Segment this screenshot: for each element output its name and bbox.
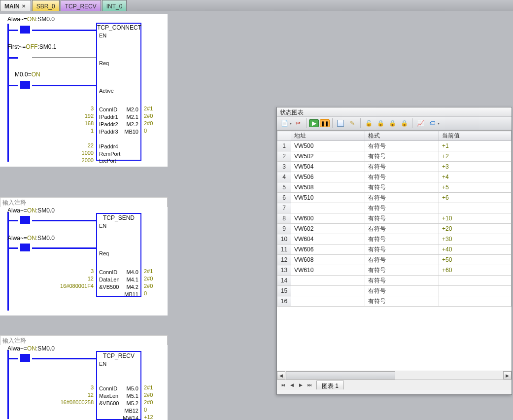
sheet-tab-1[interactable]: 图表 1: [316, 381, 344, 389]
network-2[interactable]: Alwa~=ON:SM0.0 Alwa~=ON:SM0.0 TCP_SEND E…: [0, 207, 168, 315]
cell-address[interactable]: VW602: [291, 224, 365, 234]
status-chart-panel[interactable]: 状态图表 📄▾ ✂ ▶ ❚❚ ✎ 🔓 🔒 🔒 🔒 📈 🏷▾ 地址 格式 当前值 …: [276, 107, 512, 395]
cell-address[interactable]: [291, 276, 365, 286]
cell-value[interactable]: +20: [439, 224, 512, 234]
network-3[interactable]: Alwa~=ON:SM0.0 TCP_RECV EN ConnID MaxLen…: [0, 345, 168, 420]
cell-value[interactable]: +50: [439, 255, 512, 265]
cell-format[interactable]: 有符号: [365, 172, 439, 182]
cell-address[interactable]: VW600: [291, 213, 365, 224]
cell-value[interactable]: [439, 203, 512, 213]
cell-value[interactable]: +1: [439, 141, 512, 151]
cell-value[interactable]: +3: [439, 162, 512, 172]
cell-address[interactable]: VW504: [291, 162, 365, 172]
cell-format[interactable]: 有符号: [365, 162, 439, 172]
cell-format[interactable]: 有符号: [365, 193, 439, 203]
table-row[interactable]: 5VW508有符号+5: [277, 182, 512, 193]
cell-address[interactable]: VW510: [291, 193, 365, 203]
cell-value[interactable]: [439, 286, 512, 296]
cell-format[interactable]: 有符号: [365, 296, 439, 307]
table-row[interactable]: 2VW502有符号+2: [277, 151, 512, 162]
cell-address[interactable]: [291, 296, 365, 307]
table-row[interactable]: 11VW606有符号+40: [277, 245, 512, 255]
table-row[interactable]: 4VW506有符号+4: [277, 172, 512, 182]
table-row[interactable]: 6VW510有符号+6: [277, 193, 512, 203]
block-tcp-recv[interactable]: TCP_RECV EN ConnID MaxLen &VB600 M5.0 M5…: [96, 351, 141, 420]
unlock-button[interactable]: 🔓: [363, 118, 374, 129]
cell-address[interactable]: [291, 286, 365, 296]
nav-prev-button[interactable]: ◀: [288, 381, 296, 389]
table-row[interactable]: 8VW600有符号+10: [277, 213, 512, 224]
cell-address[interactable]: VW500: [291, 141, 365, 151]
scroll-left-button[interactable]: ◀: [277, 371, 285, 380]
cell-value[interactable]: +2: [439, 151, 512, 162]
force-button[interactable]: 🔒: [375, 118, 386, 129]
tag-button[interactable]: 🏷: [427, 118, 438, 129]
table-row[interactable]: 15有符号: [277, 286, 512, 296]
col-rownum[interactable]: [277, 131, 291, 141]
watch-table[interactable]: 地址 格式 当前值 1VW500有符号+12VW502有符号+23VW504有符…: [277, 130, 512, 371]
contact-sm00[interactable]: [18, 25, 32, 35]
table-row[interactable]: 13VW610有符号+60: [277, 265, 512, 276]
horizontal-scrollbar[interactable]: ◀ ▶: [277, 371, 512, 379]
cell-value[interactable]: [439, 296, 512, 307]
cell-format[interactable]: 有符号: [365, 255, 439, 265]
col-format[interactable]: 格式: [365, 131, 439, 141]
table-row[interactable]: 7有符号: [277, 203, 512, 213]
cell-value[interactable]: [439, 276, 512, 286]
cell-value[interactable]: +30: [439, 234, 512, 245]
scroll-right-button[interactable]: ▶: [503, 371, 512, 380]
nav-last-button[interactable]: ⏭: [306, 381, 313, 389]
cell-value[interactable]: +60: [439, 265, 512, 276]
cell-value[interactable]: +40: [439, 245, 512, 255]
block-tcp-connect[interactable]: TCP_CONNECT EN Req Active ConnID IPaddr1…: [96, 23, 141, 161]
pause-button[interactable]: ❚❚: [320, 119, 330, 127]
table-row[interactable]: 14有符号: [277, 276, 512, 286]
network-1[interactable]: Alwa~=ON:SM0.0 First~=OFF:SM0.1 M0.0=ON …: [0, 14, 168, 167]
cell-format[interactable]: 有符号: [365, 245, 439, 255]
cell-format[interactable]: 有符号: [365, 234, 439, 245]
table-row[interactable]: 3VW504有符号+3: [277, 162, 512, 172]
unforce-button[interactable]: 🔒: [387, 118, 398, 129]
contact-sm01[interactable]: [18, 52, 32, 62]
edit-button[interactable]: ✎: [347, 118, 358, 129]
col-value[interactable]: 当前值: [439, 131, 512, 141]
nav-first-button[interactable]: ⏮: [279, 381, 287, 389]
tab-int0[interactable]: INT_0: [102, 0, 127, 11]
table-row[interactable]: 1VW500有符号+1: [277, 141, 512, 151]
nav-next-button[interactable]: ▶: [297, 381, 305, 389]
cell-address[interactable]: VW604: [291, 234, 365, 245]
block-tcp-send[interactable]: TCP_SEND EN Req ConnID DataLen &VB500 M4…: [96, 213, 141, 297]
table-row[interactable]: 9VW602有符号+20: [277, 224, 512, 234]
cell-format[interactable]: 有符号: [365, 286, 439, 296]
cell-address[interactable]: VW508: [291, 182, 365, 193]
cell-format[interactable]: 有符号: [365, 151, 439, 162]
tab-main[interactable]: MAIN ✕: [0, 0, 31, 11]
cell-address[interactable]: VW502: [291, 151, 365, 162]
col-address[interactable]: 地址: [291, 131, 365, 141]
cell-value[interactable]: +4: [439, 172, 512, 182]
table-row[interactable]: 12VW608有符号+50: [277, 255, 512, 265]
cell-format[interactable]: 有符号: [365, 276, 439, 286]
close-icon[interactable]: ✕: [22, 4, 27, 9]
delete-table-button[interactable]: ✂: [293, 118, 304, 129]
cell-value[interactable]: +10: [439, 213, 512, 224]
tab-sbr0[interactable]: SBR_0: [32, 0, 60, 11]
contact-m00[interactable]: [18, 80, 32, 90]
cell-format[interactable]: 有符号: [365, 224, 439, 234]
write-column-button[interactable]: [335, 118, 346, 129]
cell-address[interactable]: VW610: [291, 265, 365, 276]
cell-format[interactable]: 有符号: [365, 182, 439, 193]
contact-sm00-2b-c[interactable]: [18, 243, 32, 252]
table-row[interactable]: 10VW604有符号+30: [277, 234, 512, 245]
cell-format[interactable]: 有符号: [365, 141, 439, 151]
cell-value[interactable]: +5: [439, 182, 512, 193]
read-force-button[interactable]: 🔒: [399, 118, 410, 129]
new-table-button[interactable]: 📄: [279, 118, 290, 129]
cell-value[interactable]: +6: [439, 193, 512, 203]
cell-address[interactable]: [291, 203, 365, 213]
table-row[interactable]: 16有符号: [277, 296, 512, 307]
cell-format[interactable]: 有符号: [365, 265, 439, 276]
cell-address[interactable]: VW608: [291, 255, 365, 265]
cell-address[interactable]: VW606: [291, 245, 365, 255]
contact-sm00-2a-c[interactable]: [18, 215, 32, 225]
